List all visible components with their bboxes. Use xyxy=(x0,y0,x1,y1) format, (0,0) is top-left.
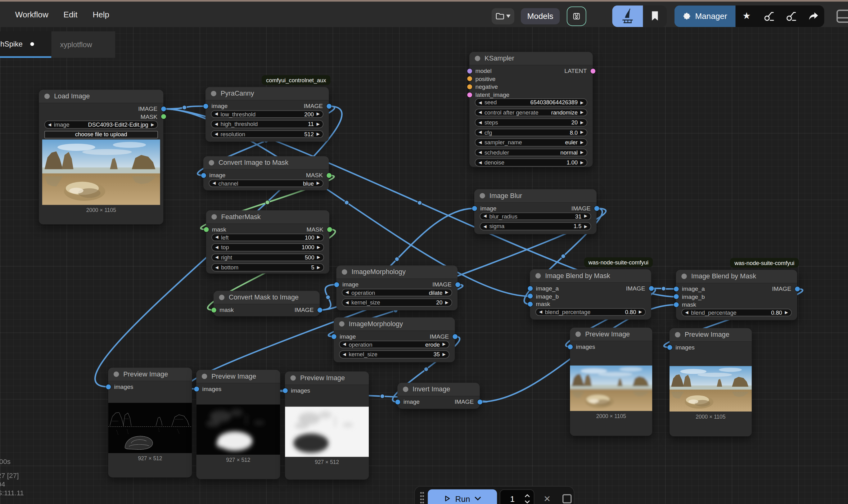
node-convert-image-to-mask[interactable]: Convert Image to Mask imageMASK ◀ channe… xyxy=(203,157,329,191)
node-ksampler[interactable]: KSampler modelLATENT positive negative l… xyxy=(469,52,593,167)
drag-handle[interactable] xyxy=(420,492,425,504)
image-preview[interactable] xyxy=(42,140,160,205)
increment-arrow-icon[interactable]: ▶ xyxy=(639,310,642,314)
widget-sampler_name[interactable]: ◀ sampler_name euler ▶ xyxy=(475,139,587,146)
decrement-arrow-icon[interactable]: ◀ xyxy=(345,301,348,304)
widget-high_threshold[interactable]: ◀ high_threshold 11 ▶ xyxy=(211,120,323,128)
node-image-blend-2[interactable]: was-node-suite-comfyui Image Blend by Ma… xyxy=(676,270,797,320)
input-port-mask[interactable] xyxy=(528,302,533,307)
decrement-arrow-icon[interactable]: ◀ xyxy=(479,101,482,105)
menu-help[interactable]: Help xyxy=(92,10,109,19)
increment-arrow-icon[interactable]: ▶ xyxy=(580,150,583,155)
node-title-bar[interactable]: ImageMorphology xyxy=(337,265,457,279)
image-preview[interactable] xyxy=(669,366,752,412)
increment-arrow-icon[interactable]: ▶ xyxy=(580,110,583,114)
node-title-bar[interactable]: Preview Image xyxy=(108,368,192,381)
menu-edit[interactable]: Edit xyxy=(64,10,77,19)
widget-blend_percentage[interactable]: ◀ blend_percentage 0.80 ▶ xyxy=(536,308,646,316)
node-image-blend-1[interactable]: was-node-suite-comfyui Image Blend by Ma… xyxy=(530,269,651,320)
increment-arrow-icon[interactable]: ▶ xyxy=(317,245,320,249)
decrement-arrow-icon[interactable]: ◀ xyxy=(539,310,542,314)
increment-arrow-icon[interactable]: ▶ xyxy=(785,311,788,315)
link-midpoint-dot[interactable] xyxy=(561,254,565,258)
input-port-images[interactable] xyxy=(106,384,111,389)
decrement-arrow-icon[interactable]: ◀ xyxy=(343,342,346,346)
node-title-bar[interactable]: Convert Image to Mask xyxy=(203,157,329,170)
increment-arrow-icon[interactable]: ▶ xyxy=(317,181,320,185)
chevron-down-icon[interactable] xyxy=(474,496,482,501)
collapse-dot-icon[interactable] xyxy=(209,160,214,165)
node-preview-1[interactable]: Preview Image images 927 × 512 xyxy=(108,368,192,478)
widget-blur_radius[interactable]: ◀ blur_radius 31 ▶ xyxy=(480,212,591,220)
bookmark-button[interactable] xyxy=(643,5,667,27)
increment-arrow-icon[interactable]: ▶ xyxy=(580,160,583,164)
tab-ehspike[interactable]: ehSpike xyxy=(0,31,52,58)
node-preview-3[interactable]: Preview Image images 927 × 512 xyxy=(285,372,369,480)
collapse-dot-icon[interactable] xyxy=(211,214,217,219)
node-preview-r1[interactable]: Preview Image images 2000 × 1105 xyxy=(570,328,652,436)
output-port-IMAGE[interactable] xyxy=(161,106,166,111)
increment-arrow-icon[interactable]: ▶ xyxy=(317,255,320,259)
increment-arrow-icon[interactable]: ▶ xyxy=(317,132,320,136)
collapse-dot-icon[interactable] xyxy=(44,93,50,99)
node-image-morphology-1[interactable]: ImageMorphology imageIMAGE ◀ operation d… xyxy=(337,265,457,310)
input-port-images[interactable] xyxy=(667,345,672,350)
widget-operation[interactable]: ◀ operation dilate ▶ xyxy=(342,289,452,296)
input-port-image[interactable] xyxy=(395,399,400,404)
increment-arrow-icon[interactable]: ▶ xyxy=(317,112,320,116)
increment-arrow-icon[interactable]: ▶ xyxy=(317,265,320,269)
increment-arrow-icon[interactable]: ▶ xyxy=(317,235,320,239)
node-image-blur[interactable]: Image Blur imageIMAGE ◀ blur_radius 31 ▶… xyxy=(474,189,597,234)
node-title-bar[interactable]: Convert Mask to Image xyxy=(214,291,319,304)
output-port-MASK[interactable] xyxy=(326,173,331,178)
increment-arrow-icon[interactable]: ▶ xyxy=(443,352,446,356)
widget-cfg[interactable]: ◀ cfg 8.0 ▶ xyxy=(475,128,587,136)
batch-count-stepper[interactable]: 1 xyxy=(500,489,535,504)
decrement-arrow-icon[interactable]: ◀ xyxy=(479,110,482,114)
collapse-dot-icon[interactable] xyxy=(202,374,207,379)
input-port-mask[interactable] xyxy=(673,302,679,307)
collapse-dot-icon[interactable] xyxy=(681,274,687,279)
image-preview[interactable] xyxy=(196,404,280,455)
increment-arrow-icon[interactable]: ▶ xyxy=(317,122,320,126)
models-button[interactable]: Models xyxy=(521,8,560,24)
node-title-bar[interactable]: Preview Image xyxy=(669,328,752,342)
collapse-dot-icon[interactable] xyxy=(219,295,224,300)
input-port-latent_image[interactable] xyxy=(467,92,472,97)
collapse-dot-icon[interactable] xyxy=(675,332,680,337)
panel-toggle-icon-partial[interactable] xyxy=(836,5,848,27)
widget-top[interactable]: ◀ top 1000 ▶ xyxy=(211,243,324,251)
decrement-arrow-icon[interactable]: ◀ xyxy=(345,290,348,294)
node-preview-2[interactable]: Preview Image images 927 × 512 xyxy=(196,370,280,479)
node-convert-mask-to-image[interactable]: Convert Mask to Image maskIMAGE xyxy=(214,291,319,316)
decrement-arrow-icon[interactable]: ◀ xyxy=(215,122,218,126)
input-port-images[interactable] xyxy=(568,344,573,349)
node-load-image[interactable]: Load ImageIMAGE MASK ◀ image DSC4093-Edi… xyxy=(39,90,163,224)
widget-right[interactable]: ◀ right 500 ▶ xyxy=(211,253,324,261)
input-port-image_a[interactable] xyxy=(673,286,679,291)
node-title-bar[interactable]: Image Blend by Mask xyxy=(676,270,797,283)
collapse-dot-icon[interactable] xyxy=(475,56,480,61)
widget-denoise[interactable]: ◀ denoise 1.00 ▶ xyxy=(475,159,587,166)
output-port-LATENT[interactable] xyxy=(590,69,595,74)
decrement-arrow-icon[interactable]: ◀ xyxy=(484,224,487,228)
decrement-arrow-icon[interactable]: ◀ xyxy=(215,235,218,239)
output-port-IMAGE[interactable] xyxy=(317,308,322,312)
decrement-arrow-icon[interactable]: ◀ xyxy=(685,311,688,315)
link-midpoint-dot[interactable] xyxy=(326,295,330,300)
collapse-dot-icon[interactable] xyxy=(211,91,216,96)
decrement-arrow-icon[interactable]: ◀ xyxy=(215,255,218,259)
increment-arrow-icon[interactable]: ▶ xyxy=(584,224,587,228)
output-port-IMAGE[interactable] xyxy=(649,286,654,291)
input-port-image[interactable] xyxy=(203,104,208,109)
stepper-down-icon[interactable] xyxy=(525,500,530,503)
widget-left[interactable]: ◀ left 100 ▶ xyxy=(211,233,324,241)
input-port-images[interactable] xyxy=(194,386,199,391)
output-port-IMAGE[interactable] xyxy=(594,206,599,211)
collapse-dot-icon[interactable] xyxy=(536,273,541,278)
node-title-bar[interactable]: KSampler xyxy=(469,52,593,66)
open-workflow-button[interactable] xyxy=(492,8,514,24)
decrement-arrow-icon[interactable]: ◀ xyxy=(213,181,216,185)
node-invert-image[interactable]: Invert Image imageIMAGE xyxy=(398,383,480,409)
star-button[interactable]: ★ xyxy=(736,5,758,27)
